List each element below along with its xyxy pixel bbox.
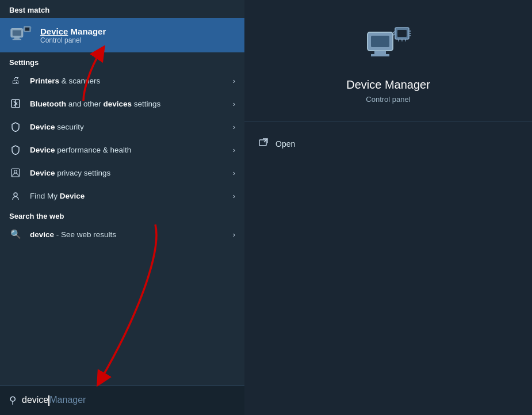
menu-item-device-privacy[interactable]: Device privacy settings › — [0, 161, 244, 184]
svg-point-14 — [14, 170, 17, 173]
menu-item-health-text: Device performance & health — [30, 146, 233, 154]
svg-rect-18 — [374, 51, 386, 54]
web-search-text: device - See web results — [30, 230, 233, 239]
right-panel: Device Manager Control panel Open — [244, 0, 532, 415]
menu-item-bluetooth[interactable]: Bluetooth and other devices settings › — [0, 92, 244, 115]
svg-point-15 — [14, 193, 17, 196]
svg-rect-21 — [397, 30, 407, 37]
svg-rect-2 — [14, 37, 20, 39]
best-match-title: Device Manager — [40, 26, 106, 36]
svg-rect-5 — [25, 28, 30, 31]
svg-rect-3 — [13, 39, 21, 40]
search-ghost-text: Manager — [49, 395, 86, 405]
search-bar-icon: ⚲ — [9, 394, 16, 406]
best-match-item[interactable]: Device Manager Control panel — [0, 18, 244, 52]
search-bar[interactable]: ⚲ deviceManager — [0, 385, 244, 415]
chevron-right-icon: › — [233, 77, 235, 85]
best-match-bold: Device — [40, 26, 68, 36]
best-match-label: Best match — [0, 0, 244, 18]
settings-label: Settings — [0, 52, 244, 69]
right-panel-divider — [244, 121, 532, 121]
shield-health-icon — [9, 143, 22, 156]
chevron-right-icon-5: › — [233, 169, 235, 177]
web-search-label: Search the web — [0, 207, 244, 223]
best-match-subtitle: Control panel — [40, 36, 106, 44]
chevron-right-icon-2: › — [233, 100, 235, 108]
menu-item-find-text: Find My Device — [30, 192, 233, 200]
chevron-right-icon-3: › — [233, 123, 235, 131]
svg-rect-17 — [371, 36, 389, 47]
right-panel-icon — [365, 23, 411, 69]
open-icon — [258, 138, 269, 150]
search-typed-text: device — [22, 395, 48, 405]
menu-item-printers[interactable]: 🖨 Printers & scanners › — [0, 69, 244, 92]
right-panel-subtitle: Control panel — [366, 95, 410, 104]
right-panel-title: Device Manager — [346, 78, 430, 92]
svg-line-31 — [264, 139, 267, 142]
menu-item-find-my-device[interactable]: Find My Device › — [0, 184, 244, 207]
find-device-icon — [9, 189, 22, 202]
chevron-right-icon-7: › — [233, 230, 235, 239]
search-input[interactable]: deviceManager — [22, 395, 86, 406]
menu-item-device-health[interactable]: Device performance & health › — [0, 138, 244, 161]
shield-security-icon — [9, 120, 22, 133]
svg-rect-19 — [371, 54, 389, 56]
menu-item-security-text: Device security — [30, 123, 233, 131]
menu-item-bluetooth-text: Bluetooth and other devices settings — [30, 100, 233, 108]
privacy-icon — [9, 166, 22, 179]
left-panel: Best match — [0, 0, 244, 415]
menu-item-printers-text: Printers & scanners — [30, 77, 233, 85]
web-search-item[interactable]: 🔍 device - See web results › — [0, 223, 244, 246]
menu-item-device-security[interactable]: Device security › — [0, 115, 244, 138]
svg-rect-1 — [13, 30, 21, 36]
open-action[interactable]: Open — [244, 133, 532, 155]
menu-item-privacy-text: Device privacy settings — [30, 169, 233, 177]
chevron-right-icon-4: › — [233, 146, 235, 154]
bluetooth-icon — [9, 97, 22, 110]
open-label: Open — [275, 139, 295, 149]
printer-icon: 🖨 — [9, 74, 22, 87]
chevron-right-icon-6: › — [233, 192, 235, 200]
search-web-icon: 🔍 — [9, 228, 22, 241]
device-manager-icon — [9, 24, 32, 47]
best-match-text: Device Manager Control panel — [40, 26, 106, 44]
